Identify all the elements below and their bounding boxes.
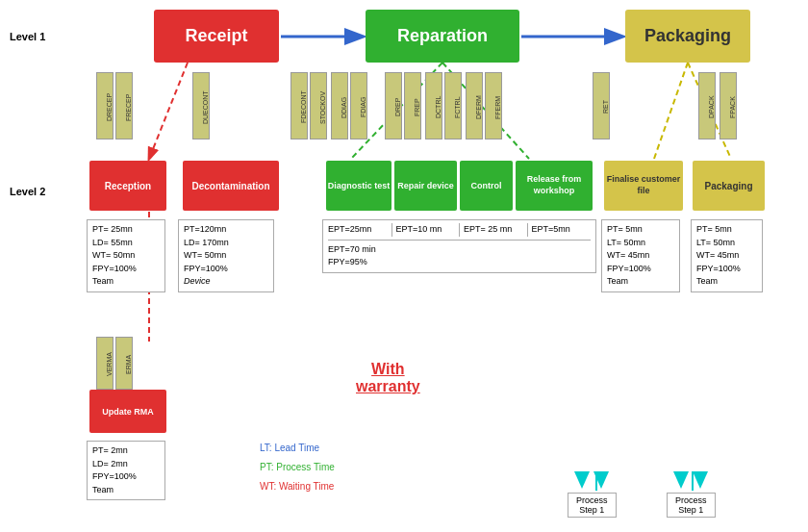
proc-arrow-dferm: DFERM	[466, 72, 483, 139]
finalise-fpy: FPY=100%	[607, 263, 674, 276]
process-step-group-2: Process Step 1	[667, 471, 716, 518]
packaging-team: Team	[696, 275, 757, 289]
cyan-arrow-1a	[574, 471, 590, 489]
rma-team: Team	[92, 484, 160, 497]
cyan-arrow-2b	[693, 471, 708, 489]
proc-arrow-fctrl: FCTRL	[444, 72, 462, 139]
finalise-pt: PT= 5mn	[607, 223, 674, 237]
legend-lt: LT: Lead Time	[260, 443, 319, 453]
info-packaging: PT= 5mn LT= 50mn WT= 45mn FPY=100% Team	[691, 219, 763, 292]
release-workshop-box: Release from workshop	[516, 161, 593, 211]
packaging-fpy: FPY=100%	[696, 263, 757, 276]
repair-ept-total: EPT=70 min	[328, 243, 591, 257]
repair-ept3: EPT= 25 mn	[460, 223, 528, 237]
proc-arrow-duecont: DUECONT	[192, 72, 210, 139]
packaging-top-box: Packaging	[625, 10, 750, 63]
decontam-wt: WT= 50mn	[184, 249, 268, 263]
decontamination-box: Decontamination	[183, 161, 279, 211]
proc-arrow-dpack: DPACK	[698, 72, 716, 139]
level2-label: Level 2	[10, 186, 45, 197]
repair-ept4: EPT=5mn	[528, 223, 592, 237]
proc-arrow-fdecont: FDECONT	[290, 72, 308, 139]
process-step-2-line1: Process	[675, 495, 707, 505]
process-step-box-2: Process Step 1	[667, 493, 716, 518]
info-repair-group: EPT=25mn EPT=10 mn EPT= 25 mn EPT=5mn EP…	[322, 219, 596, 273]
repair-ept1: EPT=25mn	[328, 223, 392, 237]
reparation-box: Reparation	[366, 10, 519, 63]
decontam-fpy: FPY=100%	[184, 263, 268, 276]
proc-arrow-ddiag: DDIAG	[331, 72, 348, 139]
finalise-wt: WT= 45mn	[607, 249, 674, 263]
cyan-arrow-2a	[673, 471, 689, 489]
diagram-container: Level 1 Level 2 Receipt Reparation Packa…	[0, 0, 808, 532]
decontam-ld: LD= 170mn	[184, 237, 268, 250]
info-update-rma: PT= 2mn LD= 2mn FPY=100% Team	[87, 441, 165, 500]
packaging-level2-box: Packaging	[693, 161, 765, 211]
info-finalise: PT= 5mn LT= 50mn WT= 45mn FPY=100% Team	[601, 219, 680, 292]
finalise-team: Team	[607, 275, 674, 289]
packaging-lt: LT= 50mn	[696, 237, 757, 250]
decontam-pt: PT=120mn	[184, 223, 268, 237]
update-rma-box: Update RMA	[89, 390, 166, 433]
process-step-1-line1: Process	[576, 495, 608, 505]
proc-arrow-drecep: DRECEP	[96, 72, 114, 139]
repair-fpy: FPY=95%	[328, 256, 591, 269]
reception-fpy: FPY=100%	[92, 263, 160, 276]
receipt-box: Receipt	[154, 10, 279, 63]
process-step-box-1: Process Step 1	[568, 493, 617, 518]
proc-arrow-fferm: FFERM	[485, 72, 502, 139]
proc-arrow-ret: RET	[593, 72, 610, 139]
proc-arrow-dctrl: DCTRL	[425, 72, 442, 139]
info-reception: PT= 25mn LD= 55mn WT= 50mn FPY=100% Team	[87, 219, 165, 292]
process-step-group-1: Process Step 1	[568, 471, 617, 518]
finalise-lt: LT= 50mn	[607, 237, 674, 250]
packaging-wt: WT= 45mn	[696, 249, 757, 263]
proc-arrow-fpack: FPACK	[720, 72, 737, 139]
proc-arrow-frecep: FRECEP	[115, 72, 133, 139]
proc-arrow-drep: DREP	[385, 72, 402, 139]
reception-box: Reception	[89, 161, 166, 211]
proc-arrow-verma: VERMA	[96, 337, 114, 390]
finalise-box: Finalise customer file	[604, 161, 683, 211]
proc-arrow-frep: FREP	[404, 72, 421, 139]
legend-pt: PT: Process Time	[260, 462, 335, 472]
reception-team: Team	[92, 275, 160, 289]
diagnostic-test-box: Diagnostic test	[326, 161, 391, 211]
rma-ld: LD= 2mn	[92, 458, 160, 471]
packaging-pt: PT= 5mn	[696, 223, 757, 237]
rma-pt: PT= 2mn	[92, 444, 160, 458]
process-step-arrows-2	[673, 471, 708, 489]
warranty-text: With warranty	[356, 361, 420, 395]
rma-fpy: FPY=100%	[92, 470, 160, 484]
process-step-2-line2: Step 1	[675, 505, 707, 515]
proc-arrow-fdiag: FDIAG	[350, 72, 367, 139]
proc-arrow-erma: ERMA	[115, 337, 133, 390]
repair-device-box: Repair device	[394, 161, 457, 211]
cyan-arrow-1b	[593, 471, 609, 489]
control-box: Control	[460, 161, 513, 211]
info-decontamination: PT=120mn LD= 170mn WT= 50mn FPY=100% Dev…	[178, 219, 274, 292]
reception-pt: PT= 25mn	[92, 223, 160, 237]
decontam-device: Device	[184, 275, 268, 289]
process-step-1-line2: Step 1	[576, 505, 608, 515]
process-step-arrows-1	[574, 471, 609, 489]
repair-ept2: EPT=10 mn	[392, 223, 461, 237]
reception-wt: WT= 50mn	[92, 249, 160, 263]
level1-label: Level 1	[10, 31, 45, 42]
proc-arrow-stockov: STOCKOV	[310, 72, 327, 139]
reception-ld: LD= 55mn	[92, 237, 160, 250]
legend-wt: WT: Waiting Time	[260, 481, 334, 492]
